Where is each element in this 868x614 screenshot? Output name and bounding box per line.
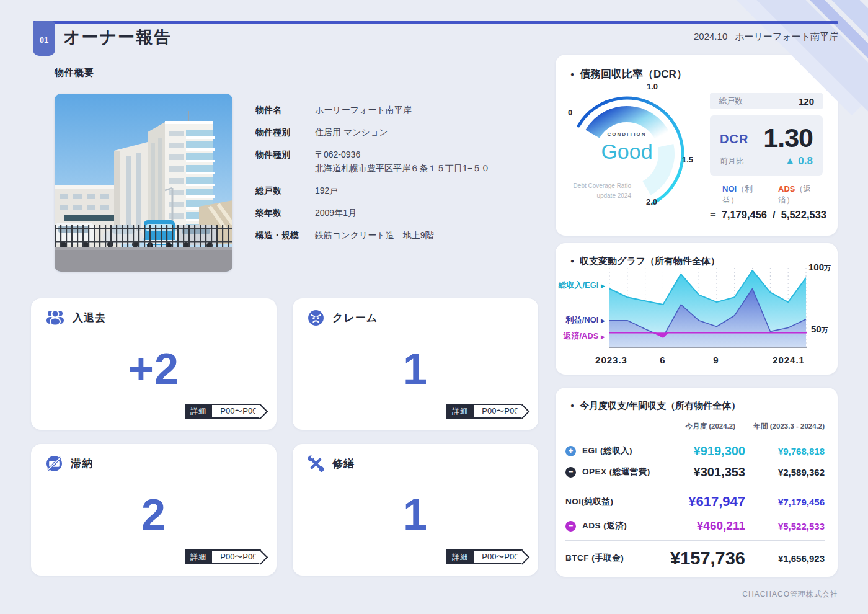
spec-value: 鉄筋コンクリート造 地上9階 (315, 228, 433, 242)
page-title: オーナー報告 (63, 26, 172, 48)
mom-label: 前月比 (720, 156, 744, 167)
ads-label: ADS (778, 184, 795, 194)
y-axis-mid: 50万 (811, 324, 828, 335)
legend-ads: 返済/ADS ▶ (556, 331, 605, 342)
gauge-tick-3: 2.0 (646, 197, 657, 207)
x-tick-3: 2024.1 (773, 355, 805, 365)
company-name: CHACHACO管理株式会社 (742, 589, 838, 600)
legend-arrow-icon: ▶ (601, 318, 605, 324)
address-line: 北海道札幌市豊平区平岸６条１５丁目1−５０ (315, 161, 490, 175)
card-label: クレーム (332, 311, 378, 325)
legend-arrow-icon: ▶ (601, 334, 605, 340)
noi-ads-equation: NOI（利益） ADS（返済） = 7,179,456 / 5,522,533 (710, 184, 823, 221)
summary-card-title: 今月度収支/年間収支（所有物件全体） (570, 400, 740, 412)
detail-link-arrears[interactable]: 詳細 P00〜P00 (185, 549, 265, 564)
gauge-caption-line1: Debt Coverage Ratio (562, 181, 631, 191)
ads-amount: 5,522,533 (781, 209, 826, 221)
spec-value: 192戸 (315, 184, 338, 197)
row-label: EGI (総収入) (582, 445, 632, 456)
detail-link-repairs[interactable]: 詳細 P00〜P00 (446, 549, 527, 564)
card-move-in-out: 入退去 +2 詳細 P00〜P00 (31, 298, 277, 430)
row-year-value: ¥5,522,533 (719, 521, 825, 532)
table-row-opex: OPEX (総運営費) ¥301,353 ¥2,589,362 (565, 462, 825, 482)
spec-value: ホーリーフォート南平岸 (315, 103, 412, 117)
row-label: BTCF (手取金) (565, 553, 624, 564)
section-label-overview: 物件概要 (55, 67, 94, 79)
header-rule (33, 21, 838, 24)
arrears-value: 2 (31, 479, 277, 551)
noi-amount: 7,179,456 (722, 209, 767, 221)
row-year-value: ¥9,768,818 (719, 446, 825, 456)
slash-sign: / (773, 209, 776, 221)
report-property-name: ホーリーフォート南平岸 (735, 31, 838, 43)
gauge-tick-1: 1.0 (647, 82, 658, 91)
spec-row-type: 物件種別 住居用 マンション (255, 125, 553, 139)
detail-link-move-in-out[interactable]: 詳細 P00〜P00 (185, 404, 265, 419)
mom-value: ▲ 0.8 (785, 155, 813, 167)
tenants-icon (46, 309, 64, 326)
spec-row-address: 物件種別 〒062-0936 北海道札幌市豊平区平岸６条１５丁目1−５０ (255, 148, 553, 175)
minus-circle-icon (565, 521, 576, 532)
property-spec-list: 物件名 ホーリーフォート南平岸 物件種別 住居用 マンション 物件種別 〒062… (255, 103, 553, 242)
gauge-center: CONDITION Good (583, 131, 670, 164)
card-income-chart: 収支変動グラフ（所有物件全体） 総収入/EGI ▶ 利益/NOI ▶ 返済/AD… (556, 243, 838, 375)
detail-label: 詳細 (185, 404, 212, 419)
row-label: ADS (返済) (582, 520, 627, 532)
row-label: NOI(純収益) (565, 496, 614, 507)
spec-label: 築年数 (255, 206, 315, 220)
spec-row-name: 物件名 ホーリーフォート南平岸 (255, 103, 553, 117)
gauge-caption-line2: update 2024 (562, 191, 631, 201)
row-year-value: ¥7,179,456 (719, 497, 825, 507)
card-label: 入退去 (73, 311, 106, 325)
spec-label: 物件種別 (255, 148, 315, 175)
gauge-tick-2: 1.5 (682, 155, 693, 164)
table-row-noi: NOI(純収益) ¥617,947 ¥7,179,456 (565, 492, 825, 512)
detail-link-complaints[interactable]: 詳細 P00〜P00 (446, 404, 527, 419)
report-date: 2024.10 (694, 31, 727, 43)
property-photo (55, 94, 232, 272)
complaints-value: 1 (293, 333, 538, 405)
report-meta: 2024.10 ホーリーフォート南平岸 (694, 31, 838, 43)
x-tick-2: 9 (713, 355, 719, 365)
detail-label: 詳細 (446, 404, 474, 419)
spec-value: 住居用 マンション (315, 125, 388, 139)
table-row-ads: ADS (返済) ¥460,211 ¥5,522,533 (565, 516, 825, 536)
repairs-value: 1 (293, 479, 538, 551)
spec-label: 物件名 (255, 103, 315, 117)
complaint-icon (308, 309, 324, 326)
table-divider (565, 486, 825, 486)
spec-value: 〒062-0936 北海道札幌市豊平区平岸６条１５丁目1−５０ (315, 148, 490, 175)
spec-label: 総戸数 (255, 184, 315, 197)
condition-value: Good (583, 140, 670, 164)
move-in-out-value: +2 (31, 333, 277, 405)
card-head: 滞納 (46, 455, 93, 472)
gauge-caption: Debt Coverage Ratio update 2024 (562, 181, 631, 201)
card-income-summary: 今月度収支/年間収支（所有物件全体） 今月度 (2024.2) 年間 (2023… (556, 388, 838, 577)
legend-arrow-icon: ▶ (601, 283, 605, 289)
x-tick-1: 6 (660, 355, 665, 365)
legend-egi: 総収入/EGI ▶ (556, 280, 605, 291)
spec-value: 2009年1月 (315, 206, 356, 220)
equals-sign: = (710, 209, 716, 221)
spec-row-built: 築年数 2009年1月 (255, 206, 553, 220)
card-head: クレーム (308, 309, 378, 326)
spec-row-structure: 構造・規模 鉄筋コンクリート造 地上9階 (255, 228, 553, 242)
card-repairs: 修繕 1 詳細 P00〜P00 (293, 444, 538, 576)
row-year-value: ¥1,656,923 (719, 553, 825, 564)
x-tick-0: 2023.3 (595, 355, 627, 365)
postal-code: 〒062-0936 (315, 148, 490, 161)
column-header-year: 年間 (2023.3 - 2024.2) (719, 422, 825, 431)
card-head: 入退去 (46, 309, 106, 326)
table-divider (565, 540, 825, 541)
table-row-egi: EGI (総収入) ¥919,300 ¥9,768,818 (565, 441, 825, 461)
spec-label: 構造・規模 (255, 228, 315, 242)
noi-label: NOI (722, 184, 737, 194)
card-arrears: 滞納 2 詳細 P00〜P00 (31, 444, 277, 576)
table-row-btcf: BTCF (手取金) ¥157,736 ¥1,656,923 (565, 546, 825, 571)
detail-label: 詳細 (446, 549, 474, 564)
income-chart-svg (609, 265, 807, 354)
detail-label: 詳細 (185, 549, 212, 564)
row-year-value: ¥2,589,362 (719, 467, 825, 478)
card-label: 修繕 (332, 456, 355, 471)
repair-icon (308, 455, 324, 472)
